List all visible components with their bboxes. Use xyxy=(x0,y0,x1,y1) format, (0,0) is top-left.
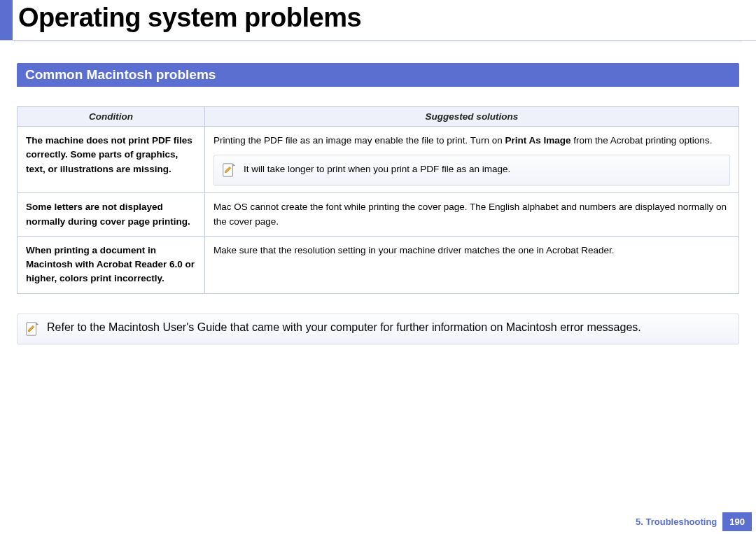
table-row: Some letters are not displayed normally … xyxy=(18,193,739,237)
reference-note: Refer to the Macintosh User's Guide that… xyxy=(17,314,739,344)
solution-text: Printing the PDF file as an image may en… xyxy=(214,134,730,148)
solution-cell: Mac OS cannot create the font while prin… xyxy=(205,193,739,237)
note-icon xyxy=(24,321,40,337)
col-header-solutions: Suggested solutions xyxy=(205,107,739,127)
condition-cell: When printing a document in Macintosh wi… xyxy=(18,236,205,293)
condition-cell: Some letters are not displayed normally … xyxy=(18,193,205,237)
footer-chapter: 5. Troubleshooting xyxy=(636,512,722,531)
header-rule xyxy=(14,41,742,43)
note-box: It will take longer to print when you pr… xyxy=(214,155,730,185)
section-heading: Common Macintosh problems xyxy=(17,63,739,87)
troubleshooting-table: Condition Suggested solutions The machin… xyxy=(17,106,739,294)
page-footer: 5. Troubleshooting 190 xyxy=(636,512,752,531)
solution-cell: Printing the PDF file as an image may en… xyxy=(205,127,739,193)
page-header: Operating system problems xyxy=(0,0,756,41)
condition-cell: The machine does not print PDF files cor… xyxy=(18,127,205,193)
table-row: When printing a document in Macintosh wi… xyxy=(18,236,739,293)
header-accent xyxy=(0,0,13,40)
solution-post: from the Acrobat printing options. xyxy=(571,135,713,146)
note-icon xyxy=(221,162,237,178)
reference-note-text: Refer to the Macintosh User's Guide that… xyxy=(47,321,641,334)
solution-cell: Make sure that the resolution setting in… xyxy=(205,236,739,293)
col-header-condition: Condition xyxy=(18,107,205,127)
footer-page-number: 190 xyxy=(722,512,752,531)
solution-pre: Printing the PDF file as an image may en… xyxy=(214,135,505,146)
solution-bold: Print As Image xyxy=(505,135,570,146)
note-text: It will take longer to print when you pr… xyxy=(244,162,510,176)
table-row: The machine does not print PDF files cor… xyxy=(18,127,739,193)
page-title: Operating system problems xyxy=(13,0,361,40)
